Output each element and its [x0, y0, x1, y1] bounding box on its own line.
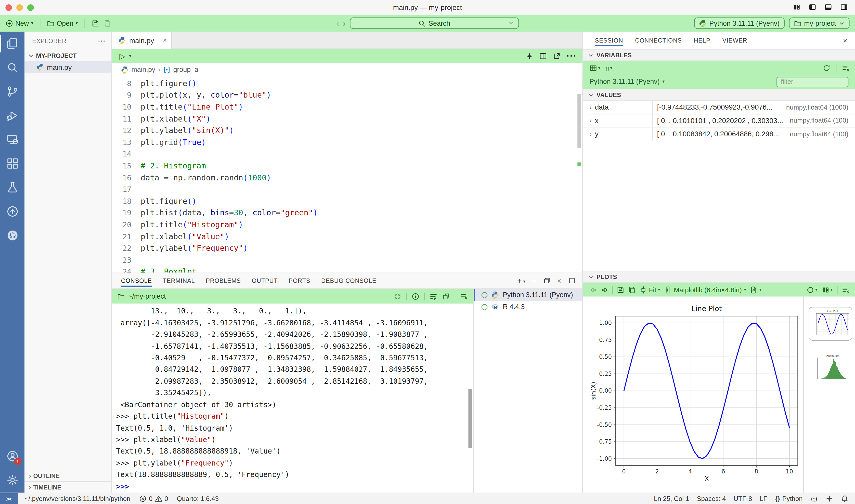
variables-section-header[interactable]: VARIABLES	[583, 49, 855, 61]
expand-icon[interactable]: ›	[589, 117, 592, 124]
session-info-icon[interactable]	[412, 292, 419, 300]
status-problems[interactable]: 0 0	[139, 495, 168, 502]
editor-more-actions-icon[interactable]: ···	[566, 51, 577, 61]
session-item-r[interactable]: RR 4.4.3	[474, 301, 583, 313]
plots-section-header[interactable]: PLOTS	[583, 271, 855, 283]
new-session-button[interactable]: ＋▾	[516, 276, 526, 286]
console-scrollbar[interactable]	[468, 389, 472, 448]
sidebar-item-source-control[interactable]	[0, 79, 24, 104]
tab-console[interactable]: CONSOLE	[121, 273, 152, 288]
status-interpreter-path[interactable]: ~/.pyenv/versions/3.11.11/bin/python	[24, 495, 130, 502]
session-item-python[interactable]: Python 3.11.11 (Pyenv)	[474, 289, 583, 301]
notifications-bell-icon[interactable]	[841, 495, 848, 502]
open-in-new-window-icon[interactable]	[553, 52, 560, 60]
sidebar-item-run-debug[interactable]	[0, 104, 24, 127]
close-window-button[interactable]	[5, 4, 12, 11]
toggle-secondary-sidebar-icon[interactable]	[840, 3, 848, 12]
customize-layout-icon[interactable]	[792, 3, 801, 12]
expand-icon[interactable]: ›	[589, 130, 592, 138]
folder-row-my-project[interactable]: MY-PROJECT	[24, 50, 111, 61]
variables-view-mode-icon[interactable]: ▾	[589, 64, 600, 72]
split-editor-icon[interactable]	[539, 52, 547, 60]
sidebar-item-testing[interactable]	[0, 176, 24, 199]
plot-layout-selector[interactable]: ▾	[822, 286, 833, 293]
code-editor[interactable]: 8plt.figure()9plt.plot(x, y, color="blue…	[112, 76, 582, 272]
tab-output[interactable]: OUTPUT	[252, 273, 278, 288]
status-encoding[interactable]: UTF-8	[734, 495, 752, 502]
copilot-icon[interactable]	[811, 495, 818, 502]
outline-section[interactable]: › OUTLINE	[24, 470, 111, 481]
run-file-button[interactable]: ▷	[119, 52, 125, 60]
restart-session-icon[interactable]	[394, 292, 401, 300]
ai-sparkle-icon[interactable]	[526, 52, 533, 60]
sidebar-item-explorer[interactable]	[0, 32, 24, 56]
save-icon[interactable]	[91, 19, 99, 27]
variable-row-y[interactable]: ›y [ 0. , 0.10083842, 0.20064886, 0.298.…	[583, 128, 855, 141]
run-options-icon[interactable]: ▾	[129, 54, 131, 58]
interpreter-selector[interactable]: Python 3.11.11 (Pyenv)	[694, 17, 785, 29]
tab-problems[interactable]: PROBLEMS	[206, 273, 241, 288]
sidebar-item-remote-explorer[interactable]	[0, 128, 24, 151]
clear-console-icon[interactable]	[460, 292, 468, 300]
timeline-section[interactable]: › TIMELINE	[24, 481, 111, 493]
accounts-button[interactable]: 1	[0, 444, 24, 468]
close-panel-icon[interactable]: ×	[557, 277, 562, 285]
plot-thumbnail-histogram[interactable]: Histogram	[812, 352, 851, 384]
tab-terminal[interactable]: TERMINAL	[163, 273, 195, 288]
status-indentation[interactable]: Spaces: 4	[697, 495, 726, 502]
plot-size-selector[interactable]: Matplotlib (6.4in×4.8in)▾	[664, 286, 746, 293]
next-plot-icon[interactable]	[601, 286, 608, 293]
refresh-variables-icon[interactable]	[823, 64, 831, 72]
restore-panel-icon[interactable]	[543, 277, 551, 285]
plot-thumbnail-line[interactable]: Line Plot	[808, 307, 852, 341]
console-output[interactable]: 13., 10., 3., 3., 0., 1.]), array([-4.16…	[112, 304, 473, 492]
search-input[interactable]: Search	[350, 17, 519, 29]
close-tab-icon[interactable]: ×	[163, 36, 167, 44]
save-plot-icon[interactable]	[617, 286, 624, 293]
search-dropdown-icon[interactable]	[508, 19, 514, 27]
breadcrumb[interactable]: main.py › group_a	[112, 63, 582, 76]
clear-variables-icon[interactable]	[842, 64, 850, 72]
sidebar-item-extensions[interactable]	[0, 151, 24, 176]
maximize-panel-icon[interactable]	[568, 277, 576, 285]
variable-row-data[interactable]: ›data [-0.97448233,-0.75009923,-0.9076..…	[583, 101, 855, 114]
plot-shape-selector[interactable]: ▾	[806, 286, 818, 293]
plot-zoom-selector[interactable]: Fit▾	[640, 286, 660, 293]
variables-filter-input[interactable]	[777, 77, 848, 87]
zoom-window-button[interactable]	[27, 4, 34, 11]
toggle-sidebar-icon[interactable]	[808, 3, 817, 12]
word-wrap-icon[interactable]	[430, 292, 438, 300]
tab-help[interactable]: HELP	[694, 32, 710, 49]
values-section-header[interactable]: VALUES	[583, 89, 855, 101]
variable-row-x[interactable]: ›x [ 0. , 0.1010101 , 0.2020202 , 0.3030…	[583, 114, 855, 127]
expand-icon[interactable]: ›	[589, 104, 592, 111]
status-eol[interactable]: LF	[760, 495, 767, 502]
tab-connections[interactable]: CONNECTIONS	[635, 32, 682, 49]
nav-forward-icon[interactable]: ›	[343, 19, 346, 28]
status-cursor-position[interactable]: Ln 25, Col 1	[654, 495, 689, 502]
sidebar-item-github[interactable]	[0, 223, 24, 247]
sidebar-item-publish[interactable]	[0, 199, 24, 223]
plot-export-selector[interactable]: ▾	[750, 286, 762, 293]
minimize-panel-icon[interactable]: −	[532, 277, 537, 285]
open-button[interactable]: Open▾	[47, 19, 78, 27]
status-quarto[interactable]: Quarto: 1.6.43	[177, 495, 219, 502]
toggle-panel-icon[interactable]	[824, 3, 833, 12]
move-console-icon[interactable]	[442, 292, 450, 300]
project-selector[interactable]: my-project	[789, 17, 849, 29]
explorer-more-actions-icon[interactable]: ···	[98, 38, 106, 44]
file-row-main-py[interactable]: main.py	[24, 61, 111, 73]
tab-viewer[interactable]: VIEWER	[723, 32, 747, 49]
tab-debug-console[interactable]: DEBUG CONSOLE	[321, 273, 376, 288]
editor-scrollbar[interactable]	[577, 94, 581, 148]
close-right-panel-icon[interactable]: ×	[843, 36, 855, 44]
variables-sort-icon[interactable]: ↑↓▾	[605, 64, 612, 72]
status-language-mode[interactable]: {}Python	[775, 495, 802, 502]
tab-ports[interactable]: PORTS	[289, 273, 310, 288]
tab-main-py[interactable]: main.py ×	[112, 32, 172, 49]
remote-indicator[interactable]: ><	[0, 493, 18, 504]
settings-button[interactable]	[0, 468, 24, 492]
sparkle-icon[interactable]	[825, 495, 833, 502]
tab-session[interactable]: SESSION	[595, 32, 623, 49]
new-button[interactable]: New▾	[5, 19, 33, 27]
